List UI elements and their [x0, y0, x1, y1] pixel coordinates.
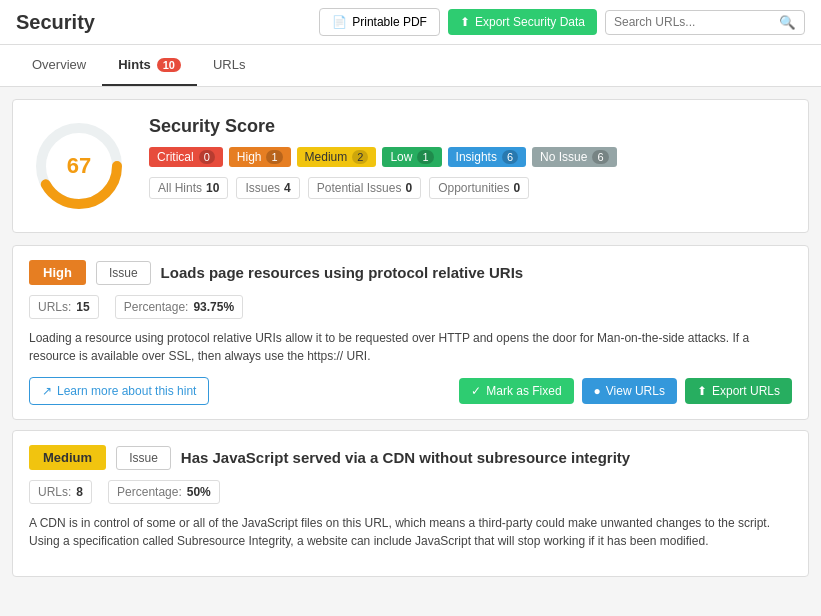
score-donut: 67: [29, 116, 129, 216]
filter-potential-issues[interactable]: Potential Issues 0: [308, 177, 421, 199]
hint-1-percentage: Percentage: 93.75%: [115, 295, 243, 319]
file-icon: 📄: [332, 15, 347, 29]
score-badges: Critical 0 High 1 Medium 2 Low 1 Insight…: [149, 147, 792, 167]
external-link-icon: ↗: [42, 384, 52, 398]
view-urls-button-1[interactable]: ● View URLs: [582, 378, 677, 404]
hint-1-title: Loads page resources using protocol rela…: [161, 264, 524, 281]
badge-critical[interactable]: Critical 0: [149, 147, 223, 167]
badge-insights[interactable]: Insights 6: [448, 147, 526, 167]
tab-urls[interactable]: URLs: [197, 45, 262, 86]
check-icon: ✓: [471, 384, 481, 398]
hints-badge: 10: [157, 58, 181, 72]
tab-overview[interactable]: Overview: [16, 45, 102, 86]
learn-more-button-1[interactable]: ↗ Learn more about this hint: [29, 377, 209, 405]
badge-high[interactable]: High 1: [229, 147, 291, 167]
export-security-button[interactable]: ⬆ Export Security Data: [448, 9, 597, 35]
score-info: Security Score Critical 0 High 1 Medium …: [149, 116, 792, 199]
export-urls-button-1[interactable]: ⬆ Export URLs: [685, 378, 792, 404]
search-box: 🔍: [605, 10, 805, 35]
search-input[interactable]: [614, 15, 779, 29]
severity-badge-high: High: [29, 260, 86, 285]
tab-hints[interactable]: Hints 10: [102, 45, 197, 86]
hint-2-urls: URLs: 8: [29, 480, 92, 504]
hint-1-description: Loading a resource using protocol relati…: [29, 329, 792, 365]
filter-opportunities[interactable]: Opportunities 0: [429, 177, 529, 199]
filter-all-hints[interactable]: All Hints 10: [149, 177, 228, 199]
severity-badge-medium: Medium: [29, 445, 106, 470]
hint-1-header: High Issue Loads page resources using pr…: [29, 260, 792, 285]
hint-2-meta: URLs: 8 Percentage: 50%: [29, 480, 792, 504]
hint-2-type: Issue: [116, 446, 171, 470]
filter-issues[interactable]: Issues 4: [236, 177, 299, 199]
download-icon: ⬆: [697, 384, 707, 398]
page-header: Security 📄 Printable PDF ⬆ Export Securi…: [0, 0, 821, 45]
hint-card-2: Medium Issue Has JavaScript served via a…: [12, 430, 809, 577]
hint-1-right-actions: ✓ Mark as Fixed ● View URLs ⬆ Export URL…: [459, 378, 792, 404]
hint-1-actions: ↗ Learn more about this hint ✓ Mark as F…: [29, 377, 792, 405]
hint-1-type: Issue: [96, 261, 151, 285]
printable-pdf-button[interactable]: 📄 Printable PDF: [319, 8, 440, 36]
search-icon-button[interactable]: 🔍: [779, 15, 796, 30]
score-card: 67 Security Score Critical 0 High 1 Medi…: [12, 99, 809, 233]
hint-2-description: A CDN is in control of some or all of th…: [29, 514, 792, 550]
score-filters: All Hints 10 Issues 4 Potential Issues 0…: [149, 177, 792, 199]
hint-1-meta: URLs: 15 Percentage: 93.75%: [29, 295, 792, 319]
hint-2-title: Has JavaScript served via a CDN without …: [181, 449, 630, 466]
badge-medium[interactable]: Medium 2: [297, 147, 377, 167]
tabs-bar: Overview Hints 10 URLs: [0, 45, 821, 87]
hint-1-urls: URLs: 15: [29, 295, 99, 319]
hint-2-header: Medium Issue Has JavaScript served via a…: [29, 445, 792, 470]
page-title: Security: [16, 11, 95, 34]
hints-section: High Issue Loads page resources using pr…: [12, 245, 809, 577]
export-icon: ⬆: [460, 15, 470, 29]
hint-2-percentage: Percentage: 50%: [108, 480, 220, 504]
hint-card-1: High Issue Loads page resources using pr…: [12, 245, 809, 420]
eye-icon: ●: [594, 384, 601, 398]
score-value: 67: [67, 153, 91, 179]
badge-noissue[interactable]: No Issue 6: [532, 147, 616, 167]
mark-as-fixed-button-1[interactable]: ✓ Mark as Fixed: [459, 378, 573, 404]
badge-low[interactable]: Low 1: [382, 147, 441, 167]
header-actions: 📄 Printable PDF ⬆ Export Security Data 🔍: [319, 8, 805, 36]
score-title: Security Score: [149, 116, 792, 137]
